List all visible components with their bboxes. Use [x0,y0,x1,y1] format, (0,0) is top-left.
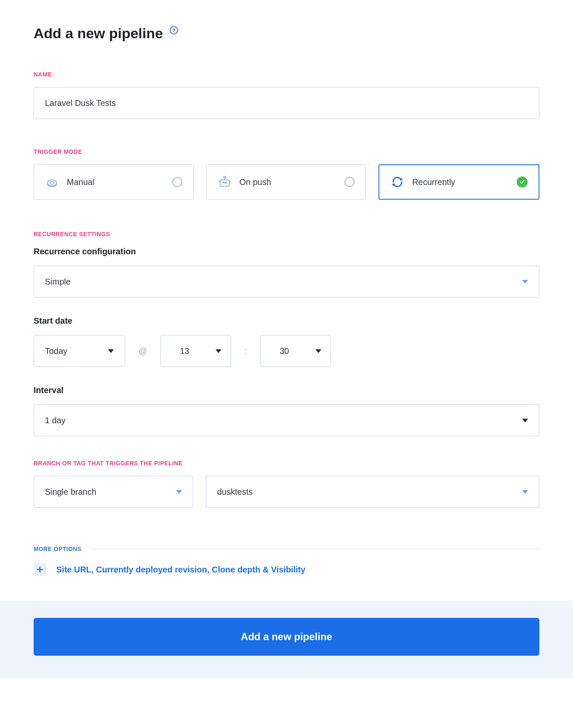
trigger-section-label: TRIGGER MODE [34,148,539,155]
svg-point-1 [47,180,57,186]
radio-empty-icon [172,177,182,187]
interval-select[interactable]: 1 day [34,404,539,436]
start-minute-value: 30 [270,346,299,356]
trigger-label-manual: Manual [67,177,165,187]
chevron-down-icon [315,349,321,353]
interval-value: 1 day [45,416,66,425]
footer: Add a new pipeline [0,601,573,678]
more-options-expand[interactable]: Site URL, Currently deployed revision, C… [34,563,539,576]
recurrence-config-value: Simple [45,277,71,287]
trigger-mode-group: Manual On push [34,164,539,200]
chevron-down-icon [522,280,528,284]
more-options-header: MORE OPTIONS [34,546,539,552]
start-hour-value: 13 [170,346,199,356]
start-day-select[interactable]: Today [34,335,125,367]
branch-name-select[interactable]: dusktests [206,476,539,508]
more-options-text: Site URL, Currently deployed revision, C… [56,565,305,575]
on-push-icon [218,175,232,189]
recurrence-section-label: RECURRENCE SETTINGS [34,231,539,237]
chevron-down-icon [522,490,528,494]
divider [91,549,539,549]
at-separator: @ [139,346,147,356]
start-minute-select[interactable]: 30 [260,335,331,367]
chevron-down-icon [108,349,114,353]
start-hour-select[interactable]: 13 [160,335,231,367]
more-options-label: MORE OPTIONS [34,546,81,552]
branch-section-label: BRANCH OR TAG THAT TRIGGERS THE PIPELINE [34,460,539,467]
branch-mode-select[interactable]: Single branch [34,476,193,508]
radio-empty-icon [344,177,355,187]
chevron-down-icon [522,419,528,422]
recurrently-icon [390,175,405,189]
trigger-label-recurrently: Recurrently [412,177,509,187]
branch-mode-value: Single branch [45,487,96,497]
page-header: Add a new pipeline ? [34,25,539,42]
submit-button[interactable]: Add a new pipeline [34,618,539,656]
svg-rect-8 [222,182,227,183]
pipeline-name-input[interactable] [34,87,539,119]
help-icon[interactable]: ? [170,26,178,34]
recurrence-config-select[interactable]: Simple [34,266,539,298]
trigger-option-recurrently[interactable]: Recurrently [378,164,539,200]
trigger-label-on-push: On push [239,177,337,187]
start-date-label: Start date [34,316,539,326]
start-date-row: Today @ 13 : 30 [34,335,539,367]
trigger-option-on-push[interactable]: On push [206,164,366,200]
branch-row: Single branch dusktests [34,476,539,508]
chevron-down-icon [176,490,182,494]
interval-label: Interval [34,385,539,395]
plus-icon [34,563,46,576]
name-section-label: NAME [34,71,539,78]
branch-name-value: dusktests [217,487,252,497]
chevron-down-icon [216,349,221,353]
page-title: Add a new pipeline [34,25,163,42]
start-day-value: Today [45,346,67,356]
recurrence-config-label: Recurrence configuration [34,247,539,256]
colon-separator: : [244,346,247,356]
manual-icon [45,175,59,189]
radio-selected-icon [517,177,528,187]
trigger-option-manual[interactable]: Manual [34,164,194,200]
